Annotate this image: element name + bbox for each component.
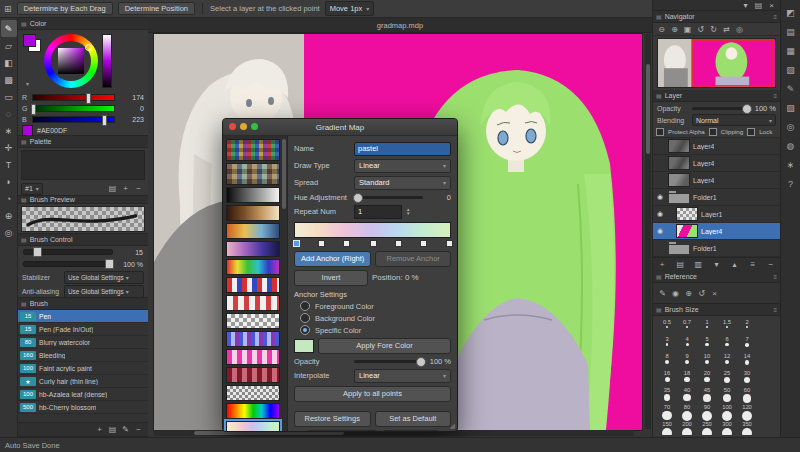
merge-down-icon[interactable]: ▾	[710, 259, 723, 270]
reset-view-icon[interactable]: ◎	[733, 24, 746, 35]
rotate-left-icon[interactable]: ↺	[694, 24, 707, 35]
brush-size-item[interactable]: 20	[697, 369, 717, 386]
brush-size-item[interactable]: 25	[717, 369, 737, 386]
preset-scrollbar[interactable]	[282, 139, 286, 209]
cancel-button[interactable]: Cancel	[306, 430, 378, 433]
radio-icon[interactable]	[300, 325, 310, 335]
gradient-anchor[interactable]	[343, 240, 350, 247]
anchor-opacity-slider[interactable]	[354, 360, 423, 363]
brush-size-item[interactable]: 150	[657, 420, 677, 435]
zoom-tool-icon[interactable]: ⊕	[1, 207, 17, 224]
brush-size-item[interactable]: 4	[677, 335, 697, 352]
gradient-preset[interactable]	[226, 421, 280, 431]
delete-layer-icon[interactable]: −	[764, 259, 777, 270]
brush-size-item[interactable]: 3	[657, 335, 677, 352]
ref-pin-icon[interactable]: ◉	[669, 288, 682, 299]
apply-fore-color-button[interactable]: Apply Fore Color	[318, 338, 451, 354]
brush-size-item[interactable]: 7	[737, 335, 757, 352]
resize-grip-icon[interactable]: ◢	[450, 422, 455, 430]
palette-grid[interactable]	[21, 150, 145, 180]
add-brush-icon[interactable]: +	[93, 424, 106, 435]
lasso-tool-icon[interactable]: ◌	[1, 105, 17, 122]
brush-size-item[interactable]: 16	[657, 369, 677, 386]
anchor-color-swatch[interactable]	[294, 339, 314, 353]
green-track[interactable]	[32, 105, 115, 112]
brush-size-tab-icon[interactable]: ◍	[783, 136, 799, 155]
gradient-name-input[interactable]: pastel	[354, 142, 451, 156]
stepper-icons[interactable]: ▲▼	[406, 208, 410, 216]
hex-value[interactable]: #AE00DF	[37, 127, 67, 134]
gradient-preset[interactable]	[226, 241, 280, 257]
gradient-anchor[interactable]	[446, 240, 453, 247]
gradient-preset[interactable]	[226, 163, 280, 185]
blue-track[interactable]	[32, 116, 115, 123]
palette-slot-select[interactable]: #1▾	[21, 183, 43, 195]
repeat-num-input[interactable]: 1	[354, 205, 402, 219]
invert-button[interactable]: Invert	[294, 270, 368, 286]
brush-size-item[interactable]: 250	[697, 420, 717, 435]
blue-channel-slider[interactable]: B 223	[18, 114, 148, 125]
zoom-out-icon[interactable]: ⊖	[655, 24, 668, 35]
minimize-window-icon[interactable]	[240, 123, 247, 130]
collapse-panel-icon[interactable]: ▾	[739, 0, 752, 11]
brush-size-item[interactable]: 120	[737, 403, 757, 420]
palette-delete-icon[interactable]: −	[132, 183, 145, 194]
panel-menu-icon[interactable]: ≡	[773, 274, 777, 280]
layer-row[interactable]: ◉Layer4	[653, 223, 780, 240]
background-color-radio-row[interactable]: Background Color	[300, 313, 451, 323]
eye-icon[interactable]: ◉	[655, 227, 665, 235]
swatch-menu-icon[interactable]: ▾	[26, 80, 29, 87]
material-tab-icon[interactable]: ▨	[783, 98, 799, 117]
help-tab-icon[interactable]: ?	[783, 174, 799, 193]
duplicate-layer-icon[interactable]: ▥	[692, 259, 705, 270]
remove-anchor-button[interactable]: Remove Anchor	[375, 251, 451, 267]
restore-settings-button[interactable]: Restore Settings	[294, 411, 371, 427]
gradient-preset[interactable]	[226, 331, 280, 347]
new-folder-icon[interactable]: ▤	[674, 259, 687, 270]
brush-opacity-slider[interactable]	[23, 261, 113, 267]
palette-panel-header[interactable]: ▤Palette	[18, 136, 148, 148]
slider-thumb[interactable]	[416, 357, 426, 367]
brush-item[interactable]: 15Pen (Fade In/Out)	[18, 323, 148, 336]
brush-size-item[interactable]: 1.5	[717, 318, 737, 335]
magic-wand-tool-icon[interactable]: ∗	[1, 122, 17, 139]
value-slider[interactable]	[102, 34, 112, 88]
gradient-anchor[interactable]	[370, 240, 377, 247]
slider-thumb[interactable]	[742, 104, 752, 114]
hand-tool-icon[interactable]: ◔	[1, 190, 17, 207]
gradient-preset[interactable]	[226, 313, 280, 329]
brush-size-item[interactable]: 2	[737, 318, 757, 335]
dialog-titlebar[interactable]: Gradient Map	[223, 119, 457, 136]
settings-tab-icon[interactable]: ∗	[783, 155, 799, 174]
red-thumb[interactable]	[86, 93, 91, 104]
specific-color-radio-row[interactable]: Specific Color	[300, 325, 451, 335]
determine-by-drag-button[interactable]: Determine by Each Drag	[17, 2, 113, 15]
app-grid-icon[interactable]: ⊞	[4, 4, 12, 14]
gradient-anchor[interactable]	[420, 240, 427, 247]
bucket-tool-icon[interactable]: ◧	[1, 54, 17, 71]
gradient-preset[interactable]	[226, 295, 280, 311]
brush-size-item[interactable]: 80	[677, 403, 697, 420]
interpolate-select[interactable]: Linear▾	[354, 369, 451, 383]
brush-tab-icon[interactable]: ✎	[783, 79, 799, 98]
layer-row[interactable]: Folder1	[653, 240, 780, 257]
add-anchor-button[interactable]: Add Anchor (Right)	[294, 251, 371, 267]
brush-panel-header[interactable]: ▤Brush	[18, 298, 148, 310]
brush-size-item[interactable]: 100	[717, 403, 737, 420]
radio-icon[interactable]	[300, 313, 310, 323]
flip-view-icon[interactable]: ⇄	[720, 24, 733, 35]
brush-size-item[interactable]: 18	[677, 369, 697, 386]
layer-tab-icon[interactable]: ▧	[783, 60, 799, 79]
panel-menu-icon[interactable]: ≡	[773, 14, 777, 20]
delete-brush-icon[interactable]: −	[132, 424, 145, 435]
maximize-window-icon[interactable]	[251, 123, 258, 130]
determine-position-button[interactable]: Determine Position	[118, 2, 195, 15]
brush-size-item[interactable]: 8	[657, 352, 677, 369]
gradient-preset[interactable]	[226, 187, 280, 203]
foreground-color-radio-row[interactable]: Foreground Color	[300, 301, 451, 311]
eyedropper-tool-icon[interactable]: ◗	[1, 173, 17, 190]
draw-type-select[interactable]: Linear▾	[354, 159, 451, 173]
color-panel-tab-icon[interactable]: ◩	[783, 3, 799, 22]
step-down-icon[interactable]: ▼	[406, 212, 410, 216]
green-thumb[interactable]	[31, 104, 36, 115]
